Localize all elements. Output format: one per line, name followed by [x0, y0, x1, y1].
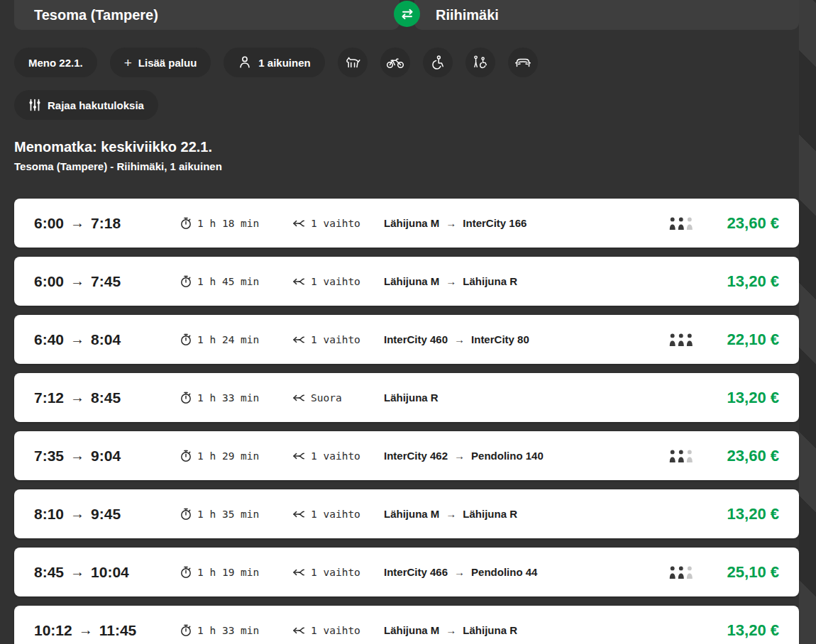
arrive-time: 8:04 — [91, 331, 121, 348]
car-filter-button[interactable] — [508, 48, 538, 77]
outbound-date-button[interactable]: Meno 22.1. — [14, 48, 97, 77]
passengers-button[interactable]: 1 aikuinen — [224, 48, 324, 77]
train-name: InterCity 80 — [471, 333, 529, 345]
journey-trains: Lähijuna M → InterCity 166 — [384, 217, 669, 229]
arrow-icon: → — [454, 333, 465, 345]
journey-trains: InterCity 466 → Pendolino 44 — [384, 566, 669, 578]
arrive-time: 7:45 — [91, 273, 121, 290]
duration-label: 1 h 35 min — [197, 509, 259, 520]
journey-card[interactable]: 7:12 → 8:45 1 h 33 min Suora Lähijuna R — [14, 373, 799, 422]
bicycle-filter-button[interactable] — [380, 48, 410, 77]
journey-times: 7:35 → 9:04 — [34, 448, 180, 465]
duration-label: 1 h 19 min — [197, 567, 259, 578]
duration-label: 1 h 45 min — [197, 276, 259, 287]
journey-card[interactable]: 8:45 → 10:04 1 h 19 min 1 vaihto InterCi… — [14, 548, 799, 596]
journey-transfer: 1 vaihto — [292, 567, 360, 578]
journey-transfer: 1 vaihto — [292, 450, 360, 462]
arrive-time: 9:04 — [91, 448, 121, 465]
filter-results-button[interactable]: Rajaa hakutuloksia — [14, 90, 158, 120]
journey-duration: 1 h 29 min — [180, 450, 292, 462]
arrow-icon: → — [446, 508, 456, 520]
journey-trains: InterCity 462 → Pendolino 140 — [384, 450, 669, 462]
search-bar: Tesoma (Tampere) Riihimäki — [0, 0, 816, 30]
arrow-icon: → — [70, 389, 84, 406]
journey-trains: Lähijuna R — [384, 392, 704, 404]
transfer-icon — [292, 626, 306, 635]
depart-time: 6:40 — [34, 331, 64, 348]
journey-price: 22,10 € — [704, 331, 779, 349]
assistance-filter-button[interactable] — [465, 48, 495, 77]
transfer-label: 1 vaihto — [311, 218, 360, 229]
journey-transfer: 1 vaihto — [292, 509, 360, 520]
results-title: Menomatka: keskiviikko 22.1. — [14, 139, 802, 155]
transfer-label: 1 vaihto — [311, 276, 360, 287]
sliders-icon — [28, 98, 41, 112]
transfer-label: 1 vaihto — [311, 450, 360, 462]
journey-times: 8:10 → 9:45 — [34, 506, 180, 523]
stopwatch-icon — [180, 624, 192, 637]
swap-stations-button[interactable] — [394, 1, 420, 27]
train-name: Lähijuna M — [384, 508, 439, 520]
train-name: Lähijuna M — [384, 217, 439, 229]
depart-time: 10:12 — [34, 622, 72, 639]
stopwatch-icon — [180, 566, 192, 579]
journey-card[interactable]: 6:00 → 7:45 1 h 45 min 1 vaihto Lähijuna… — [14, 257, 799, 306]
journey-card[interactable]: 6:40 → 8:04 1 h 24 min 1 vaihto InterCit… — [14, 315, 799, 364]
arrow-icon: → — [70, 331, 84, 348]
train-name: Lähijuna R — [463, 275, 517, 287]
duration-label: 1 h 18 min — [197, 218, 259, 229]
transfer-label: 1 vaihto — [311, 334, 360, 345]
journey-transfer: 1 vaihto — [292, 276, 360, 287]
journey-trains: InterCity 460 → InterCity 80 — [384, 333, 669, 345]
wheelchair-filter-button[interactable] — [423, 48, 453, 77]
results-list: 6:00 → 7:18 1 h 18 min 1 vaihto Lähijuna… — [14, 199, 802, 644]
journey-meta: 1 h 24 min 1 vaihto — [180, 333, 384, 346]
origin-field[interactable]: Tesoma (Tampere) — [14, 0, 399, 30]
journey-times: 6:00 → 7:18 — [34, 215, 180, 232]
depart-time: 6:00 — [34, 215, 64, 232]
journey-card[interactable]: 7:35 → 9:04 1 h 29 min 1 vaihto InterCit… — [14, 431, 799, 480]
destination-field[interactable]: Riihimäki — [414, 0, 799, 30]
destination-value: Riihimäki — [436, 7, 499, 23]
train-name: InterCity 462 — [384, 450, 448, 462]
journey-duration: 1 h 18 min — [180, 217, 292, 230]
journey-duration: 1 h 35 min — [180, 508, 292, 521]
journey-transfer: 1 vaihto — [292, 334, 360, 345]
journey-card[interactable]: 8:10 → 9:45 1 h 35 min 1 vaihto Lähijuna… — [14, 489, 799, 538]
transfer-label: Suora — [311, 392, 342, 404]
journey-transfer: 1 vaihto — [292, 625, 360, 636]
train-name: InterCity 166 — [463, 217, 526, 229]
train-name: Lähijuna M — [384, 624, 439, 636]
journey-times: 7:12 → 8:45 — [34, 389, 180, 406]
arrow-icon: → — [454, 566, 465, 578]
arrow-icon: → — [70, 215, 84, 231]
depart-time: 7:12 — [34, 389, 64, 406]
train-name: InterCity 466 — [384, 566, 448, 578]
journey-card[interactable]: 6:00 → 7:18 1 h 18 min 1 vaihto Lähijuna… — [14, 199, 799, 248]
add-return-button[interactable]: + Lisää paluu — [110, 48, 211, 77]
journey-meta: 1 h 45 min 1 vaihto — [180, 275, 384, 288]
journey-card[interactable]: 10:12 → 11:45 1 h 33 min 1 vaihto Lähiju… — [14, 606, 799, 644]
journey-price: 23,60 € — [704, 214, 779, 233]
journey-meta: 1 h 33 min Suora — [180, 392, 384, 404]
duration-label: 1 h 29 min — [197, 450, 259, 462]
arrow-icon: → — [70, 448, 84, 464]
transfer-icon — [292, 509, 306, 519]
train-name: Lähijuna R — [384, 392, 439, 404]
arrow-icon: → — [446, 217, 456, 229]
origin-value: Tesoma (Tampere) — [34, 7, 158, 23]
journey-times: 6:40 → 8:04 — [34, 331, 180, 348]
journey-times: 10:12 → 11:45 — [34, 622, 180, 639]
depart-time: 8:45 — [34, 564, 64, 581]
arrive-time: 7:18 — [91, 215, 121, 232]
occupancy-icon — [669, 450, 693, 462]
pet-filter-button[interactable] — [338, 48, 368, 77]
occupancy-icon — [669, 566, 693, 579]
search-controls: Meno 22.1. + Lisää paluu 1 aikuinen — [14, 48, 816, 77]
results-subtitle: Tesoma (Tampere) - Riihimäki, 1 aikuinen — [14, 160, 802, 172]
stopwatch-icon — [180, 333, 192, 346]
journey-price: 13,20 € — [704, 272, 779, 291]
arrow-icon: → — [454, 450, 465, 462]
bicycle-icon — [386, 56, 404, 69]
depart-time: 7:35 — [34, 448, 64, 465]
